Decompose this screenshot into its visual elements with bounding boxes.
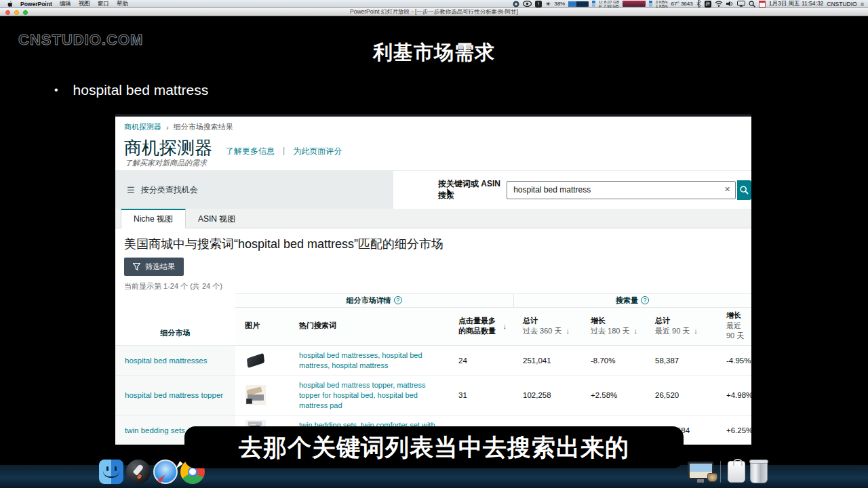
info-icon[interactable]: ? xyxy=(394,296,402,304)
sort-icon[interactable]: ↓ xyxy=(503,322,507,330)
zoom-window-button[interactable] xyxy=(23,10,28,15)
weather-text[interactable]: 67° 3643 xyxy=(671,1,693,7)
total-360: 251,041 xyxy=(513,346,581,376)
window-title: PowerPoint 幻灯片放映 - [一步一步教你选品可行性分析案例-阿甘] xyxy=(350,8,518,16)
wifi-icon[interactable] xyxy=(715,1,723,7)
volume-icon[interactable] xyxy=(726,1,734,7)
dock-trash-icon[interactable] xyxy=(750,461,768,483)
battery-percentage: 38% xyxy=(554,1,565,7)
growth-90: -4.95% xyxy=(717,346,751,376)
column-growth-90[interactable]: 增长 最近 90 天 xyxy=(717,308,751,346)
column-growth-180[interactable]: 增长 过去 180 天↓ xyxy=(581,308,646,346)
total-360: 102,258 xyxy=(513,376,581,415)
apple-menu-icon[interactable] xyxy=(7,1,13,7)
clicked-count: 31 xyxy=(449,376,513,415)
product-thumbnail[interactable] xyxy=(245,350,267,371)
slide-title: 利基市场需求 xyxy=(0,39,868,66)
tab-niche-label: Niche 视图 xyxy=(134,214,173,225)
learn-more-link[interactable]: 了解更多信息 xyxy=(226,146,275,157)
table-row: hospital bed mattresses hospital bed mat… xyxy=(115,346,751,376)
eye-icon[interactable] xyxy=(523,1,532,7)
tab-asin-label: ASIN 视图 xyxy=(198,214,235,225)
app-status-icon[interactable] xyxy=(513,1,519,7)
cpu-history-graph[interactable] xyxy=(623,1,646,7)
breadcrumb: 商机探测器 › 细分市场搜索结果 xyxy=(115,117,751,132)
dock-launchpad-icon[interactable] xyxy=(126,460,151,484)
sun-icon[interactable]: ☀ xyxy=(545,1,551,7)
menubar-device-name[interactable]: CNSTUDIO xyxy=(827,1,856,7)
hamburger-icon: ☰ xyxy=(127,185,135,195)
top-keywords-link[interactable]: hospital bed mattress topper, mattress t… xyxy=(290,376,449,415)
minimize-window-button[interactable] xyxy=(14,10,19,15)
dock-safari-icon[interactable] xyxy=(153,460,178,484)
column-clicked-products[interactable]: 点击量最多的商品数量↓ xyxy=(449,308,513,346)
traffic-lights xyxy=(5,10,28,15)
sort-icon[interactable]: ↓ xyxy=(566,327,570,335)
info-icon[interactable]: ? xyxy=(641,296,649,304)
notification-center-icon[interactable]: ≡ xyxy=(861,1,864,7)
memory-meter-icon xyxy=(592,1,595,7)
calendar-icon[interactable] xyxy=(759,1,766,7)
tab-asin-view[interactable]: ASIN 视图 xyxy=(186,208,248,228)
growth-180: -8.70% xyxy=(581,346,646,376)
search-input[interactable] xyxy=(507,181,736,199)
filter-results-button[interactable]: 筛选结果 xyxy=(124,258,184,276)
alert-icon[interactable]: ! xyxy=(535,1,542,7)
clicked-count: 24 xyxy=(449,346,513,376)
column-niche: 细分市场 xyxy=(115,294,235,346)
total-90: 26,520 xyxy=(646,376,717,415)
page-title: 商机探测器 xyxy=(124,136,212,160)
dock-downloads-icon[interactable] xyxy=(728,461,745,483)
bluetooth-icon[interactable] xyxy=(696,1,701,7)
network-meter-icon xyxy=(649,1,652,7)
memory-usage-text: U: 8.07 GB F: 7.93 GB xyxy=(599,0,619,8)
total-90: 58,387 xyxy=(646,346,717,376)
spotlight-search-icon[interactable] xyxy=(749,1,755,7)
results-heading: 美国商城中与搜索词“hospital bed mattress”匹配的细分市场 xyxy=(115,228,751,251)
rate-page-link[interactable]: 为此页面评分 xyxy=(293,146,342,157)
menubar-app-name[interactable]: PowerPoint xyxy=(20,1,52,7)
airplay-icon[interactable] xyxy=(737,1,745,7)
column-total-360[interactable]: 总计 过去 360 天↓ xyxy=(513,308,581,346)
input-method-icon[interactable]: 拼 xyxy=(705,1,711,7)
search-toolbar: ☰ 按分类查找机会 按关键词或 ASIN 搜索 ✕ xyxy=(115,170,751,208)
breadcrumb-home-link[interactable]: 商机探测器 xyxy=(124,122,161,132)
bullet-text: hospital bed mattress xyxy=(73,82,209,98)
dock-separator xyxy=(720,461,721,483)
top-keywords-link[interactable]: hospital bed mattresses, hospital bed ma… xyxy=(290,346,449,376)
sort-icon[interactable]: ↓ xyxy=(633,327,637,335)
niches-table: 细分市场 细分市场详情? 搜索量? 图片 热门搜索词 点击量最多的商品数量↓ 总… xyxy=(115,293,751,445)
niche-link[interactable]: hospital bed mattress topper xyxy=(115,376,235,415)
browse-categories-button[interactable]: ☰ 按分类查找机会 xyxy=(115,171,393,209)
table-row: hospital bed mattress topper hospital be… xyxy=(115,376,751,415)
subtitle-text: 去那个关键词列表当中去搜索出来的 xyxy=(239,432,629,464)
growth-90: +4.98% xyxy=(717,376,751,415)
menu-help[interactable]: 帮助 xyxy=(117,0,128,8)
growth-90: +6.25% xyxy=(717,415,751,445)
search-button[interactable] xyxy=(737,180,751,200)
link-separator: | xyxy=(283,146,285,157)
battery-meter[interactable] xyxy=(568,1,589,7)
net-down: 1 KB/s xyxy=(656,4,668,8)
sort-icon[interactable]: ↓ xyxy=(694,327,698,335)
group-niche-details: 细分市场详情? xyxy=(235,294,513,308)
clear-search-icon[interactable]: ✕ xyxy=(724,185,730,194)
dock-screen-preview-icon[interactable] xyxy=(688,462,713,479)
group-search-volume: 搜索量? xyxy=(513,294,751,308)
menu-view[interactable]: 视图 xyxy=(79,0,90,8)
breadcrumb-separator: › xyxy=(166,123,169,131)
macos-menubar: PowerPoint 编辑 视图 窗口 帮助 ! ☀ 38% U: 8.07 G… xyxy=(0,0,868,8)
filter-button-label: 筛选结果 xyxy=(145,262,175,272)
network-speed-text: 0 KB/s 1 KB/s xyxy=(656,0,668,8)
tab-niche-view[interactable]: Niche 视图 xyxy=(121,208,186,228)
menu-window[interactable]: 窗口 xyxy=(98,0,109,8)
product-thumbnail[interactable] xyxy=(245,384,267,406)
dock-finder-icon[interactable] xyxy=(99,460,123,484)
column-total-90[interactable]: 总计 最近 90 天↓ xyxy=(646,308,717,346)
menu-edit[interactable]: 编辑 xyxy=(60,0,71,8)
menubar-datetime[interactable]: 1月3日 周五 11:54:32 xyxy=(769,0,824,8)
close-window-button[interactable] xyxy=(5,10,10,15)
niche-link[interactable]: hospital bed mattresses xyxy=(115,346,235,376)
results-count: 当前显示第 1-24 个 (共 24 个) xyxy=(115,276,751,293)
memory-free: F: 7.93 GB xyxy=(599,4,618,8)
